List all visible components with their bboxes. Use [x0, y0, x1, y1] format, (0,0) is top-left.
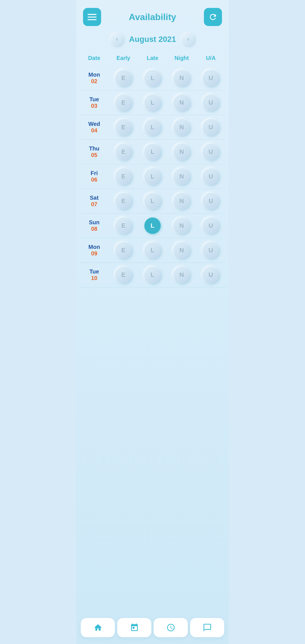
- chat-icon: [203, 623, 212, 632]
- chevron-right-icon: [186, 37, 191, 42]
- col-ua: U/A: [196, 53, 225, 64]
- table-row: Thu 05 E L N U: [80, 140, 225, 164]
- night-btn-cell: N: [173, 193, 190, 209]
- col-night: Night: [167, 53, 196, 64]
- day-name: Mon: [80, 244, 109, 250]
- night-btn-cell: N: [173, 242, 190, 259]
- col-date: Date: [80, 53, 109, 64]
- refresh-button[interactable]: [204, 8, 222, 26]
- day-num: 08: [80, 226, 109, 232]
- ua-button[interactable]: U: [202, 70, 219, 86]
- menu-icon: [88, 12, 97, 21]
- early-btn-cell: E: [115, 94, 132, 111]
- night-button[interactable]: N: [173, 217, 190, 234]
- ua-button[interactable]: U: [202, 267, 219, 283]
- column-headers: Date Early Late Night U/A: [76, 53, 229, 64]
- ua-btn-cell: U: [202, 193, 219, 209]
- table-row: Tue 03 E L N U: [80, 91, 225, 115]
- late-button[interactable]: L: [144, 267, 161, 283]
- day-cell: Mon 09: [80, 244, 109, 257]
- early-button[interactable]: E: [115, 217, 132, 234]
- day-cell: Sat 07: [80, 195, 109, 208]
- day-num: 04: [80, 127, 109, 134]
- early-button[interactable]: E: [115, 267, 132, 283]
- nav-chat[interactable]: [190, 618, 224, 637]
- night-button[interactable]: N: [173, 70, 190, 86]
- late-button[interactable]: L: [144, 94, 161, 111]
- table-row: Mon 02 E L N U: [80, 66, 225, 91]
- nav-calendar[interactable]: [117, 618, 151, 637]
- menu-button[interactable]: [83, 8, 101, 26]
- ua-btn-cell: U: [202, 217, 219, 234]
- night-button[interactable]: N: [173, 242, 190, 259]
- late-button[interactable]: L: [144, 168, 161, 185]
- day-num: 06: [80, 176, 109, 183]
- late-btn-cell: L: [144, 217, 161, 234]
- late-button[interactable]: L: [144, 119, 161, 135]
- night-button[interactable]: N: [173, 267, 190, 283]
- day-name: Fri: [80, 170, 109, 176]
- col-late: Late: [138, 53, 167, 64]
- ua-btn-cell: U: [202, 94, 219, 111]
- night-btn-cell: N: [173, 267, 190, 283]
- table-row: Sun 08 E L N U: [80, 214, 225, 238]
- late-btn-cell: L: [144, 168, 161, 185]
- prev-month-button[interactable]: [110, 33, 123, 46]
- ua-button[interactable]: U: [202, 119, 219, 135]
- table-row: Sat 07 E L N U: [80, 189, 225, 214]
- day-name: Thu: [80, 145, 109, 152]
- ua-button[interactable]: U: [202, 193, 219, 209]
- day-name: Sat: [80, 195, 109, 201]
- early-button[interactable]: E: [115, 70, 132, 86]
- late-button[interactable]: L: [144, 144, 161, 160]
- night-button[interactable]: N: [173, 168, 190, 185]
- early-button[interactable]: E: [115, 193, 132, 209]
- late-button[interactable]: L: [144, 70, 161, 86]
- early-button[interactable]: E: [115, 94, 132, 111]
- ua-button[interactable]: U: [202, 242, 219, 259]
- night-button[interactable]: N: [173, 94, 190, 111]
- day-name: Mon: [80, 72, 109, 78]
- early-button[interactable]: E: [115, 168, 132, 185]
- night-button[interactable]: N: [173, 193, 190, 209]
- late-button[interactable]: L: [144, 193, 161, 209]
- ua-button[interactable]: U: [202, 168, 219, 185]
- ua-button[interactable]: U: [202, 144, 219, 160]
- ua-btn-cell: U: [202, 144, 219, 160]
- next-month-button[interactable]: [182, 33, 195, 46]
- day-num: 10: [80, 275, 109, 281]
- ua-button[interactable]: U: [202, 217, 219, 234]
- table-row: Tue 10 E L N U: [80, 263, 225, 287]
- schedule-list: Mon 02 E L N U Tue 03 E L: [76, 66, 229, 615]
- day-cell: Thu 05: [80, 145, 109, 158]
- day-num: 05: [80, 152, 109, 158]
- ua-btn-cell: U: [202, 168, 219, 185]
- svg-rect-1: [88, 17, 97, 18]
- night-btn-cell: N: [173, 144, 190, 160]
- chevron-left-icon: [114, 37, 119, 42]
- early-btn-cell: E: [115, 144, 132, 160]
- day-num: 02: [80, 78, 109, 85]
- early-btn-cell: E: [115, 242, 132, 259]
- early-btn-cell: E: [115, 217, 132, 234]
- early-button[interactable]: E: [115, 144, 132, 160]
- ua-btn-cell: U: [202, 267, 219, 283]
- night-btn-cell: N: [173, 217, 190, 234]
- month-navigation: August 2021: [76, 31, 229, 53]
- nav-clock[interactable]: [154, 618, 188, 637]
- early-button[interactable]: E: [115, 242, 132, 259]
- ua-button[interactable]: U: [202, 94, 219, 111]
- calendar-icon: [130, 623, 139, 632]
- day-num: 03: [80, 103, 109, 109]
- day-cell: Tue 10: [80, 268, 109, 281]
- late-button[interactable]: L: [144, 242, 161, 259]
- night-button[interactable]: N: [173, 119, 190, 135]
- early-button[interactable]: E: [115, 119, 132, 135]
- svg-rect-0: [88, 14, 97, 15]
- svg-rect-2: [88, 19, 97, 20]
- nav-home[interactable]: [81, 618, 115, 637]
- night-button[interactable]: N: [173, 144, 190, 160]
- ua-btn-cell: U: [202, 119, 219, 135]
- late-button[interactable]: L: [144, 217, 161, 234]
- day-name: Tue: [80, 96, 109, 103]
